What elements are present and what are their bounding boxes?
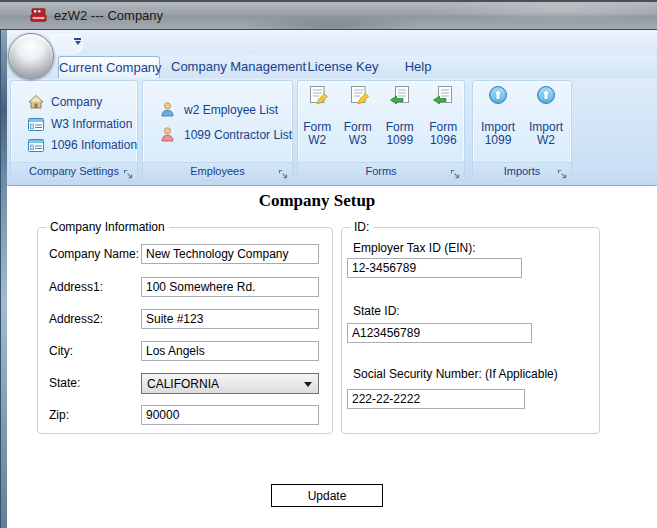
ribbon-item-company[interactable]: Company xyxy=(28,94,137,110)
ein-input[interactable] xyxy=(347,258,522,278)
dialog-launcher-icon[interactable] xyxy=(450,166,461,177)
person-red-icon xyxy=(159,126,176,143)
address2-label: Address2: xyxy=(49,312,103,326)
company-setup-panel: Company Setup Company Information Compan… xyxy=(7,186,657,528)
address1-label: Address1: xyxy=(49,280,103,294)
ribbon-group-forms: Form W2 Form W3 xyxy=(297,80,465,181)
ribbon-item-form-w3[interactable]: Form W3 xyxy=(339,81,378,163)
city-label: City: xyxy=(49,344,73,358)
ribbon-item-w2-employee-list[interactable]: w2 Employee List xyxy=(159,101,292,118)
document-pencil-icon xyxy=(347,85,369,107)
ribbon-item-label: 1099 Contractor List xyxy=(184,128,292,142)
tab-company-management[interactable]: Company Management xyxy=(171,56,295,78)
state-id-label: State ID: xyxy=(353,304,400,318)
id-groupbox: ID: Employer Tax ID (EIN): State ID: Soc… xyxy=(341,227,600,434)
ribbon-item-form-1096[interactable]: Form 1096 xyxy=(423,81,464,163)
state-label: State: xyxy=(49,376,80,390)
company-information-legend: Company Information xyxy=(46,220,169,234)
application-orb-button[interactable] xyxy=(8,33,54,79)
ribbon-group-employees: w2 Employee List 1099 Contractor List xyxy=(142,80,293,181)
group-label-employees: Employees xyxy=(143,162,292,180)
ribbon-item-label: Company xyxy=(51,95,102,109)
application-window: ezW2 --- Company Current Company Company… xyxy=(0,0,657,528)
ssn-input[interactable] xyxy=(347,389,525,409)
ribbon-item-w3-information[interactable]: W3 Information xyxy=(28,117,137,131)
ribbon-group-imports: Import 1099 Import W2 xyxy=(472,80,572,181)
dialog-launcher-icon[interactable] xyxy=(557,166,568,177)
window-title: ezW2 --- Company xyxy=(54,8,163,23)
form-window-icon xyxy=(28,118,44,131)
state-selected-value: CALIFORNIA xyxy=(147,377,219,391)
ribbon-item-1096-information[interactable]: 1096 Infomation xyxy=(28,138,137,152)
quick-access-toolbar xyxy=(7,30,657,55)
address1-input[interactable] xyxy=(141,277,319,297)
ribbon-item-form-w2[interactable]: Form W2 xyxy=(298,81,337,163)
person-blue-icon xyxy=(159,101,176,118)
company-information-groupbox: Company Information Company Name: Addres… xyxy=(37,227,333,434)
ribbon-item-label: W3 Information xyxy=(51,117,132,131)
app-icon xyxy=(30,8,47,23)
ribbon-body: Company W3 Information xyxy=(7,78,657,186)
id-legend: ID: xyxy=(350,220,373,234)
import-up-arrow-icon xyxy=(488,85,508,107)
window-left-border xyxy=(0,30,7,528)
house-icon xyxy=(28,94,44,110)
dialog-launcher-icon[interactable] xyxy=(123,166,134,177)
chevron-down-icon xyxy=(304,382,312,391)
title-bar: ezW2 --- Company xyxy=(0,0,657,30)
ribbon-item-1099-contractor-list[interactable]: 1099 Contractor List xyxy=(159,126,292,143)
ribbon-item-form-1099[interactable]: Form 1099 xyxy=(379,81,420,163)
page-title: Company Setup xyxy=(7,191,627,211)
ribbon-group-company-settings: Company W3 Information xyxy=(10,80,138,181)
ribbon-item-label: 1096 Infomation xyxy=(51,138,137,152)
group-label-company-settings: Company Settings xyxy=(11,162,137,180)
ribbon-tab-strip: Current Company Company Management Licen… xyxy=(7,55,657,79)
dialog-launcher-icon[interactable] xyxy=(278,166,289,177)
zip-label: Zip: xyxy=(49,408,69,422)
ribbon-item-import-w2[interactable]: Import W2 xyxy=(524,81,568,163)
document-green-arrow-icon xyxy=(432,85,454,107)
address2-input[interactable] xyxy=(141,309,319,329)
document-pencil-icon xyxy=(306,85,328,107)
tab-current-company[interactable]: Current Company xyxy=(58,56,160,78)
company-name-label: Company Name: xyxy=(49,247,139,261)
ribbon-item-import-1099[interactable]: Import 1099 xyxy=(476,81,520,163)
tab-license-key[interactable]: License Key xyxy=(306,56,380,78)
qat-customize-icon[interactable] xyxy=(73,38,82,48)
update-button[interactable]: Update xyxy=(271,484,383,507)
import-up-arrow-icon xyxy=(536,85,556,107)
city-input[interactable] xyxy=(141,341,319,361)
document-green-arrow-icon xyxy=(389,85,411,107)
ribbon-item-label: w2 Employee List xyxy=(184,103,278,117)
company-name-input[interactable] xyxy=(141,244,319,264)
ssn-label: Social Security Number: (If Applicable) xyxy=(353,367,558,381)
ein-label: Employer Tax ID (EIN): xyxy=(353,241,475,255)
ribbon: Current Company Company Management Licen… xyxy=(7,30,657,186)
state-select[interactable]: CALIFORNIA xyxy=(141,373,319,394)
state-id-input[interactable] xyxy=(347,323,532,343)
group-label-forms: Forms xyxy=(298,162,464,180)
zip-input[interactable] xyxy=(141,405,319,425)
form-window-icon xyxy=(28,139,44,152)
tab-help[interactable]: Help xyxy=(396,56,440,78)
